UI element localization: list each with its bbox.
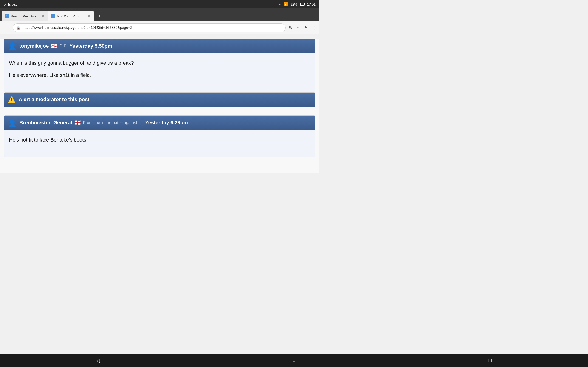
user-title-1: C.P. — [60, 44, 67, 48]
post-line-1-1: When is this guy gonna bugger off and gi… — [9, 59, 310, 67]
tab-label-search: Search Results -... — [10, 14, 39, 18]
lock-icon: 🔒 — [16, 26, 21, 30]
status-bar: phils pad ★ 📶 32% 17:51 — [0, 0, 319, 8]
wifi-icon: 📶 — [284, 2, 288, 6]
tab-close-ian[interactable]: ✕ — [86, 14, 91, 18]
tab-bar: S Search Results -... ✕ I Ian Wright Aut… — [0, 8, 319, 21]
new-tab-button[interactable]: + — [95, 11, 104, 21]
address-bar-actions: ↻ ⌂ ⚑ ⋮ — [289, 25, 317, 31]
tab-label-ian: Ian Wright Auto... — [57, 14, 83, 18]
username-1: tonymikejoe — [19, 43, 49, 49]
refresh-button[interactable]: ↻ — [289, 25, 293, 31]
tab-favicon-ian: I — [51, 14, 55, 18]
post-header-1: 👤 tonymikejoe 🏴󠁧󠁢󠁥󠁮󠁧󠁿 C.P. Yesterday 5.5… — [4, 39, 315, 53]
device-name: phils pad — [4, 2, 17, 6]
url-text: https://www.holmesdale.net/page.php?id=1… — [23, 26, 132, 30]
time-display: 17:51 — [307, 2, 316, 6]
tab-search-results[interactable]: S Search Results -... ✕ — [2, 11, 48, 21]
avatar-2: 👤 — [8, 119, 17, 127]
battery-text: 32% — [290, 2, 297, 6]
user-title-2: Front line in the battle against t... — [83, 120, 143, 125]
main-content: 👤 tonymikejoe 🏴󠁧󠁢󠁥󠁮󠁧󠁿 C.P. Yesterday 5.5… — [0, 39, 319, 173]
post-meta-1: tonymikejoe 🏴󠁧󠁢󠁥󠁮󠁧󠁿 C.P. Yesterday 5.50p… — [19, 43, 112, 49]
avatar-1: 👤 — [8, 42, 17, 50]
post-line-1-2: He's everywhere. Like sh1t in a field. — [9, 71, 310, 79]
battery-icon — [300, 3, 304, 6]
post-header-2: 👤 Brentmiester_General 🏴󠁧󠁢󠁥󠁮󠁧󠁿 Front lin… — [4, 116, 315, 130]
post-time-1: Yesterday 5.50pm — [69, 43, 112, 49]
tab-close-search[interactable]: ✕ — [41, 14, 45, 18]
url-box[interactable]: 🔒 https://www.holmesdale.net/page.php?id… — [13, 23, 285, 32]
tab-favicon-search: S — [5, 14, 9, 18]
post-card-2: 👤 Brentmiester_General 🏴󠁧󠁢󠁥󠁮󠁧󠁿 Front lin… — [4, 115, 315, 157]
post-line-2-1: He's not fit to lace Benteke's boots. — [9, 135, 310, 144]
alert-text: Alert a moderator to this post — [19, 97, 89, 102]
menu-icon[interactable]: ☰ — [3, 24, 10, 32]
flag-2: 🏴󠁧󠁢󠁥󠁮󠁧󠁿 — [74, 120, 81, 126]
bluetooth-icon: ★ — [278, 2, 281, 6]
post-time-2: Yesterday 6.28pm — [145, 120, 188, 126]
post-card-1: 👤 tonymikejoe 🏴󠁧󠁢󠁥󠁮󠁧󠁿 C.P. Yesterday 5.5… — [4, 39, 315, 93]
alert-bar[interactable]: ⚠️ Alert a moderator to this post — [4, 93, 315, 107]
post-body-2: He's not fit to lace Benteke's boots. — [4, 130, 315, 157]
more-button[interactable]: ⋮ — [312, 25, 317, 31]
address-bar: ☰ 🔒 https://www.holmesdale.net/page.php?… — [0, 21, 319, 34]
post-meta-2: Brentmiester_General 🏴󠁧󠁢󠁥󠁮󠁧󠁿 Front line … — [19, 120, 188, 126]
alert-icon: ⚠️ — [8, 96, 16, 103]
post-body-1: When is this guy gonna bugger off and gi… — [4, 53, 315, 92]
home-button[interactable]: ⌂ — [297, 25, 300, 30]
username-2: Brentmiester_General — [19, 120, 72, 126]
tab-ian-wright[interactable]: I Ian Wright Auto... ✕ — [48, 11, 94, 21]
status-bar-right: ★ 📶 32% 17:51 — [278, 2, 316, 6]
bookmark-button[interactable]: ⚑ — [304, 25, 308, 31]
flag-1: 🏴󠁧󠁢󠁥󠁮󠁧󠁿 — [51, 43, 57, 49]
